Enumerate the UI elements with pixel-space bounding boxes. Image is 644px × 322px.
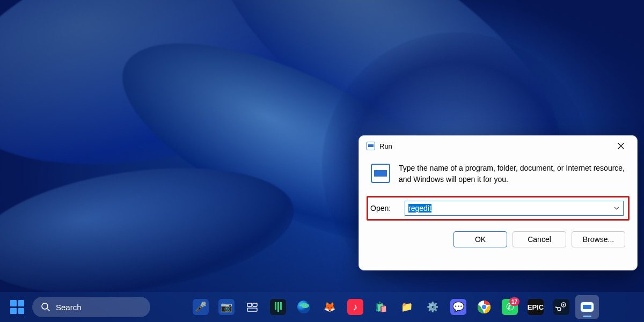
run-dialog: Run Type the name of a program, folder, … bbox=[358, 135, 638, 270]
run-button-row: OK Cancel Browse... bbox=[371, 231, 625, 247]
whatsapp-badge: 17 bbox=[509, 297, 519, 306]
taskbar-app-file-explorer[interactable]: 📁 bbox=[395, 295, 419, 319]
run-icon bbox=[580, 302, 594, 312]
edge-icon bbox=[296, 299, 312, 315]
search-placeholder: Search bbox=[56, 303, 82, 312]
settings-icon: ⚙️ bbox=[425, 299, 441, 315]
taskbar-app-microphone[interactable]: 🎤 bbox=[189, 295, 213, 319]
taskbar-app-chrome[interactable] bbox=[472, 295, 496, 319]
svg-rect-1 bbox=[247, 303, 252, 306]
open-label: Open: bbox=[370, 204, 396, 213]
taskbar-app-whatsapp[interactable]: ✆17 bbox=[498, 295, 522, 319]
ok-button[interactable]: OK bbox=[453, 231, 507, 247]
steam-icon bbox=[553, 299, 569, 315]
firefox-icon: 🦊 bbox=[321, 299, 338, 315]
camera-icon: 📷 bbox=[218, 299, 235, 315]
svg-point-0 bbox=[42, 303, 48, 309]
desktop: Run Type the name of a program, folder, … bbox=[0, 0, 644, 322]
taskbar-app-settings[interactable]: ⚙️ bbox=[421, 295, 444, 319]
close-button[interactable] bbox=[609, 138, 633, 153]
taskbar-app-dashlane[interactable] bbox=[266, 295, 290, 319]
discord-icon: 💬 bbox=[450, 299, 466, 315]
open-combobox[interactable] bbox=[405, 201, 624, 216]
taskbar-app-camera[interactable]: 📷 bbox=[215, 295, 238, 319]
taskbar-app-run[interactable] bbox=[575, 295, 599, 319]
microsoft-store-icon: 🛍️ bbox=[373, 299, 389, 315]
close-icon bbox=[618, 143, 624, 149]
run-body: Type the name of a program, folder, docu… bbox=[359, 156, 637, 259]
svg-rect-2 bbox=[253, 303, 257, 306]
svg-point-10 bbox=[563, 304, 565, 306]
open-input[interactable] bbox=[405, 201, 623, 215]
apple-music-icon: ♪ bbox=[347, 299, 363, 315]
run-titlebar[interactable]: Run bbox=[359, 136, 637, 156]
file-explorer-icon: 📁 bbox=[399, 299, 415, 315]
taskbar-app-steam[interactable] bbox=[550, 295, 573, 319]
microphone-icon: 🎤 bbox=[193, 299, 209, 315]
run-open-highlight: Open: bbox=[367, 196, 630, 221]
browse-button[interactable]: Browse... bbox=[572, 231, 625, 247]
run-title: Run bbox=[379, 142, 609, 150]
dashlane-icon bbox=[270, 299, 286, 315]
taskbar-app-task-view[interactable] bbox=[240, 295, 264, 319]
taskbar-apps: 🎤📷🦊♪🛍️📁⚙️💬✆17EPIC bbox=[189, 295, 599, 319]
chrome-icon bbox=[476, 299, 492, 315]
taskbar-app-microsoft-store[interactable]: 🛍️ bbox=[369, 295, 393, 319]
run-description: Type the name of a program, folder, docu… bbox=[399, 163, 625, 185]
taskbar-app-firefox[interactable]: 🦊 bbox=[318, 295, 341, 319]
taskbar-app-discord[interactable]: 💬 bbox=[447, 295, 470, 319]
search-icon bbox=[41, 302, 50, 312]
taskbar: Search 🎤📷🦊♪🛍️📁⚙️💬✆17EPIC bbox=[0, 292, 644, 322]
windows-logo-icon bbox=[10, 300, 24, 314]
epic-games-icon: EPIC bbox=[528, 299, 544, 315]
taskbar-app-edge[interactable] bbox=[292, 295, 316, 319]
run-title-icon bbox=[367, 142, 375, 150]
svg-rect-3 bbox=[247, 308, 257, 311]
task-view-icon bbox=[244, 299, 260, 315]
start-button[interactable] bbox=[5, 295, 29, 319]
taskbar-app-apple-music[interactable]: ♪ bbox=[343, 295, 367, 319]
run-app-icon bbox=[371, 164, 390, 183]
taskbar-app-epic-games[interactable]: EPIC bbox=[524, 295, 547, 319]
cancel-button[interactable]: Cancel bbox=[513, 231, 566, 247]
taskbar-search[interactable]: Search bbox=[32, 297, 150, 317]
